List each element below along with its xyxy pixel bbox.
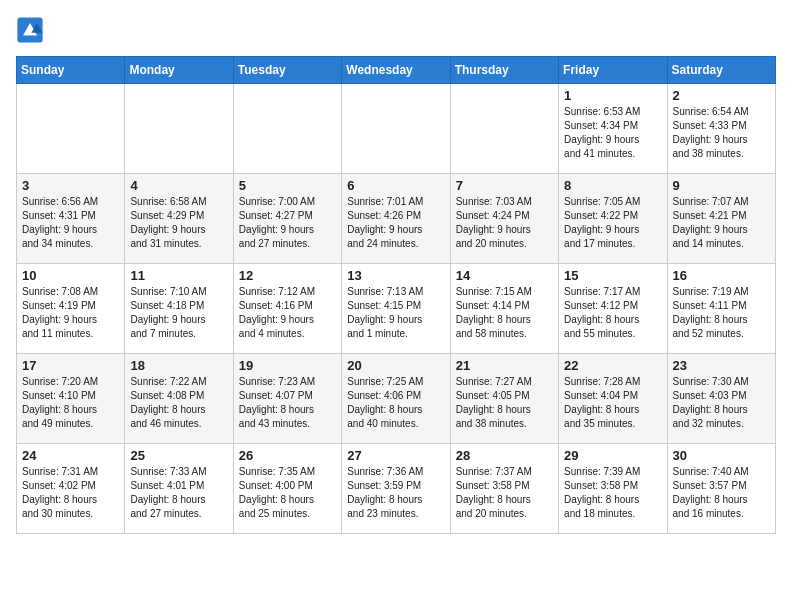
day-info: Sunrise: 7:08 AM Sunset: 4:19 PM Dayligh…: [22, 285, 119, 341]
day-number: 28: [456, 448, 553, 463]
calendar-cell: 18Sunrise: 7:22 AM Sunset: 4:08 PM Dayli…: [125, 354, 233, 444]
day-info: Sunrise: 7:31 AM Sunset: 4:02 PM Dayligh…: [22, 465, 119, 521]
day-info: Sunrise: 6:58 AM Sunset: 4:29 PM Dayligh…: [130, 195, 227, 251]
day-info: Sunrise: 7:37 AM Sunset: 3:58 PM Dayligh…: [456, 465, 553, 521]
calendar-cell: 11Sunrise: 7:10 AM Sunset: 4:18 PM Dayli…: [125, 264, 233, 354]
day-number: 29: [564, 448, 661, 463]
day-info: Sunrise: 7:35 AM Sunset: 4:00 PM Dayligh…: [239, 465, 336, 521]
calendar-header: SundayMondayTuesdayWednesdayThursdayFrid…: [17, 57, 776, 84]
day-number: 20: [347, 358, 444, 373]
calendar-week-row: 17Sunrise: 7:20 AM Sunset: 4:10 PM Dayli…: [17, 354, 776, 444]
day-number: 5: [239, 178, 336, 193]
calendar-cell: [450, 84, 558, 174]
day-number: 27: [347, 448, 444, 463]
day-info: Sunrise: 7:25 AM Sunset: 4:06 PM Dayligh…: [347, 375, 444, 431]
calendar-table: SundayMondayTuesdayWednesdayThursdayFrid…: [16, 56, 776, 534]
day-info: Sunrise: 7:30 AM Sunset: 4:03 PM Dayligh…: [673, 375, 770, 431]
calendar-cell: 15Sunrise: 7:17 AM Sunset: 4:12 PM Dayli…: [559, 264, 667, 354]
day-number: 15: [564, 268, 661, 283]
day-info: Sunrise: 7:39 AM Sunset: 3:58 PM Dayligh…: [564, 465, 661, 521]
weekday-header: Friday: [559, 57, 667, 84]
day-number: 18: [130, 358, 227, 373]
day-info: Sunrise: 6:56 AM Sunset: 4:31 PM Dayligh…: [22, 195, 119, 251]
calendar-cell: 29Sunrise: 7:39 AM Sunset: 3:58 PM Dayli…: [559, 444, 667, 534]
weekday-header: Sunday: [17, 57, 125, 84]
day-info: Sunrise: 7:20 AM Sunset: 4:10 PM Dayligh…: [22, 375, 119, 431]
calendar-week-row: 1Sunrise: 6:53 AM Sunset: 4:34 PM Daylig…: [17, 84, 776, 174]
day-number: 8: [564, 178, 661, 193]
day-info: Sunrise: 7:03 AM Sunset: 4:24 PM Dayligh…: [456, 195, 553, 251]
day-number: 3: [22, 178, 119, 193]
day-number: 25: [130, 448, 227, 463]
day-info: Sunrise: 7:07 AM Sunset: 4:21 PM Dayligh…: [673, 195, 770, 251]
day-info: Sunrise: 7:01 AM Sunset: 4:26 PM Dayligh…: [347, 195, 444, 251]
calendar-cell: 19Sunrise: 7:23 AM Sunset: 4:07 PM Dayli…: [233, 354, 341, 444]
day-info: Sunrise: 6:53 AM Sunset: 4:34 PM Dayligh…: [564, 105, 661, 161]
weekday-header: Wednesday: [342, 57, 450, 84]
day-info: Sunrise: 7:33 AM Sunset: 4:01 PM Dayligh…: [130, 465, 227, 521]
weekday-header: Thursday: [450, 57, 558, 84]
day-info: Sunrise: 7:17 AM Sunset: 4:12 PM Dayligh…: [564, 285, 661, 341]
calendar-cell: 12Sunrise: 7:12 AM Sunset: 4:16 PM Dayli…: [233, 264, 341, 354]
day-info: Sunrise: 7:36 AM Sunset: 3:59 PM Dayligh…: [347, 465, 444, 521]
calendar-cell: 3Sunrise: 6:56 AM Sunset: 4:31 PM Daylig…: [17, 174, 125, 264]
day-info: Sunrise: 7:15 AM Sunset: 4:14 PM Dayligh…: [456, 285, 553, 341]
calendar-week-row: 10Sunrise: 7:08 AM Sunset: 4:19 PM Dayli…: [17, 264, 776, 354]
calendar-cell: 14Sunrise: 7:15 AM Sunset: 4:14 PM Dayli…: [450, 264, 558, 354]
calendar-cell: 21Sunrise: 7:27 AM Sunset: 4:05 PM Dayli…: [450, 354, 558, 444]
calendar-cell: 22Sunrise: 7:28 AM Sunset: 4:04 PM Dayli…: [559, 354, 667, 444]
logo-icon: [16, 16, 44, 44]
calendar-cell: 16Sunrise: 7:19 AM Sunset: 4:11 PM Dayli…: [667, 264, 775, 354]
day-info: Sunrise: 7:12 AM Sunset: 4:16 PM Dayligh…: [239, 285, 336, 341]
calendar-cell: 5Sunrise: 7:00 AM Sunset: 4:27 PM Daylig…: [233, 174, 341, 264]
day-info: Sunrise: 7:00 AM Sunset: 4:27 PM Dayligh…: [239, 195, 336, 251]
day-number: 14: [456, 268, 553, 283]
day-number: 9: [673, 178, 770, 193]
day-number: 10: [22, 268, 119, 283]
day-info: Sunrise: 7:40 AM Sunset: 3:57 PM Dayligh…: [673, 465, 770, 521]
calendar-cell: [342, 84, 450, 174]
day-number: 1: [564, 88, 661, 103]
day-number: 13: [347, 268, 444, 283]
calendar-cell: 13Sunrise: 7:13 AM Sunset: 4:15 PM Dayli…: [342, 264, 450, 354]
day-info: Sunrise: 7:13 AM Sunset: 4:15 PM Dayligh…: [347, 285, 444, 341]
calendar-cell: 1Sunrise: 6:53 AM Sunset: 4:34 PM Daylig…: [559, 84, 667, 174]
calendar-cell: [125, 84, 233, 174]
day-number: 2: [673, 88, 770, 103]
calendar-cell: 7Sunrise: 7:03 AM Sunset: 4:24 PM Daylig…: [450, 174, 558, 264]
calendar-cell: 2Sunrise: 6:54 AM Sunset: 4:33 PM Daylig…: [667, 84, 775, 174]
page-header: [16, 16, 776, 44]
calendar-cell: 27Sunrise: 7:36 AM Sunset: 3:59 PM Dayli…: [342, 444, 450, 534]
calendar-cell: 24Sunrise: 7:31 AM Sunset: 4:02 PM Dayli…: [17, 444, 125, 534]
calendar-cell: 23Sunrise: 7:30 AM Sunset: 4:03 PM Dayli…: [667, 354, 775, 444]
day-info: Sunrise: 6:54 AM Sunset: 4:33 PM Dayligh…: [673, 105, 770, 161]
day-number: 23: [673, 358, 770, 373]
calendar-cell: 30Sunrise: 7:40 AM Sunset: 3:57 PM Dayli…: [667, 444, 775, 534]
day-info: Sunrise: 7:10 AM Sunset: 4:18 PM Dayligh…: [130, 285, 227, 341]
day-number: 4: [130, 178, 227, 193]
day-number: 7: [456, 178, 553, 193]
day-info: Sunrise: 7:27 AM Sunset: 4:05 PM Dayligh…: [456, 375, 553, 431]
calendar-cell: [17, 84, 125, 174]
day-number: 19: [239, 358, 336, 373]
day-number: 12: [239, 268, 336, 283]
day-number: 16: [673, 268, 770, 283]
calendar-cell: 10Sunrise: 7:08 AM Sunset: 4:19 PM Dayli…: [17, 264, 125, 354]
day-number: 6: [347, 178, 444, 193]
calendar-cell: 9Sunrise: 7:07 AM Sunset: 4:21 PM Daylig…: [667, 174, 775, 264]
calendar-cell: 20Sunrise: 7:25 AM Sunset: 4:06 PM Dayli…: [342, 354, 450, 444]
calendar-cell: 26Sunrise: 7:35 AM Sunset: 4:00 PM Dayli…: [233, 444, 341, 534]
day-number: 17: [22, 358, 119, 373]
day-info: Sunrise: 7:19 AM Sunset: 4:11 PM Dayligh…: [673, 285, 770, 341]
calendar-week-row: 24Sunrise: 7:31 AM Sunset: 4:02 PM Dayli…: [17, 444, 776, 534]
weekday-header: Monday: [125, 57, 233, 84]
day-number: 24: [22, 448, 119, 463]
day-info: Sunrise: 7:22 AM Sunset: 4:08 PM Dayligh…: [130, 375, 227, 431]
day-info: Sunrise: 7:05 AM Sunset: 4:22 PM Dayligh…: [564, 195, 661, 251]
calendar-cell: 28Sunrise: 7:37 AM Sunset: 3:58 PM Dayli…: [450, 444, 558, 534]
calendar-cell: 17Sunrise: 7:20 AM Sunset: 4:10 PM Dayli…: [17, 354, 125, 444]
day-number: 22: [564, 358, 661, 373]
calendar-cell: 4Sunrise: 6:58 AM Sunset: 4:29 PM Daylig…: [125, 174, 233, 264]
day-info: Sunrise: 7:23 AM Sunset: 4:07 PM Dayligh…: [239, 375, 336, 431]
day-number: 11: [130, 268, 227, 283]
